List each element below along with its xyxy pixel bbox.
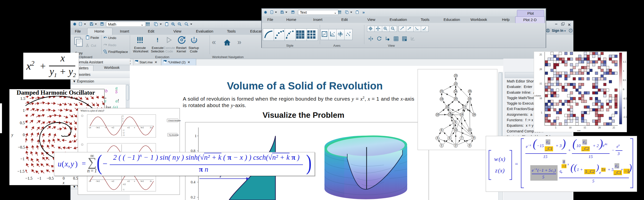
svg-text:10: 10 (569, 126, 572, 129)
svg-text:1.5: 1.5 (623, 60, 626, 63)
svg-text:-1.5: -1.5 (623, 116, 627, 118)
svg-text:10: 10 (540, 97, 542, 100)
svg-text:15: 15 (584, 126, 586, 129)
svg-text:row: row (577, 129, 580, 132)
svg-text:0.5: 0.5 (623, 79, 626, 81)
svg-text:-0.5: -0.5 (623, 97, 627, 100)
svg-text:1: 1 (623, 70, 624, 72)
svg-text:25: 25 (540, 53, 542, 56)
svg-text:0: 0 (623, 88, 624, 91)
svg-text:20: 20 (598, 126, 601, 129)
svg-text:5: 5 (555, 126, 556, 129)
svg-text:15: 15 (540, 82, 542, 85)
svg-text:column: column (534, 94, 541, 97)
svg-text:20: 20 (540, 68, 542, 71)
svg-text:25: 25 (612, 126, 615, 129)
svg-text:5: 5 (541, 111, 542, 114)
svg-text:-1: -1 (623, 106, 625, 109)
